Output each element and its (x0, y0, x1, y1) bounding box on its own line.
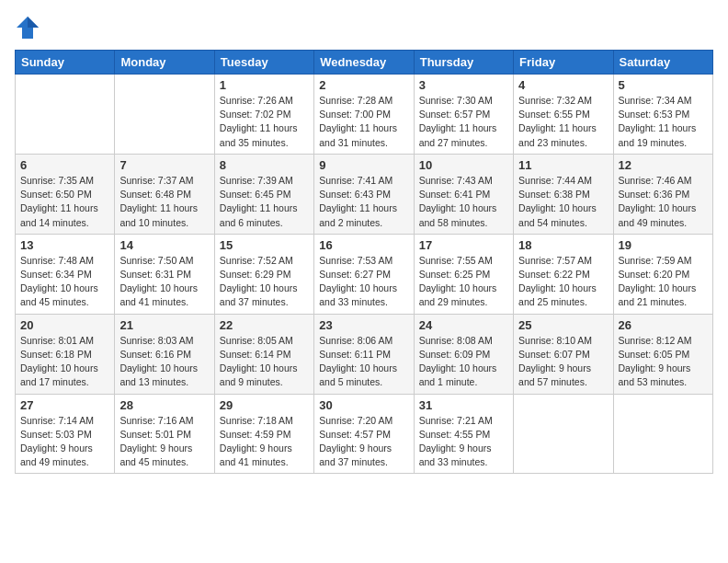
day-info: Sunrise: 7:37 AM Sunset: 6:48 PM Dayligh… (119, 174, 209, 230)
day-of-week-header: Wednesday (314, 51, 414, 75)
calendar-day-cell: 24Sunrise: 8:08 AM Sunset: 6:09 PM Dayli… (414, 314, 513, 394)
calendar-day-cell (514, 394, 613, 474)
day-number: 30 (319, 398, 408, 412)
calendar-day-cell: 12Sunrise: 7:46 AM Sunset: 6:36 PM Dayli… (613, 154, 712, 234)
day-info: Sunrise: 7:26 AM Sunset: 7:02 PM Dayligh… (220, 94, 309, 150)
calendar-day-cell: 13Sunrise: 7:48 AM Sunset: 6:34 PM Dayli… (16, 234, 115, 314)
day-info: Sunrise: 7:43 AM Sunset: 6:41 PM Dayligh… (419, 174, 508, 230)
calendar-day-cell: 27Sunrise: 7:14 AM Sunset: 5:03 PM Dayli… (16, 394, 115, 474)
calendar-week-row: 27Sunrise: 7:14 AM Sunset: 5:03 PM Dayli… (16, 394, 713, 474)
day-info: Sunrise: 7:59 AM Sunset: 6:20 PM Dayligh… (619, 254, 708, 310)
calendar-day-cell: 20Sunrise: 8:01 AM Sunset: 6:18 PM Dayli… (16, 314, 115, 394)
calendar-table: SundayMondayTuesdayWednesdayThursdayFrid… (15, 50, 713, 474)
day-number: 3 (419, 78, 508, 92)
calendar-day-cell: 30Sunrise: 7:20 AM Sunset: 4:57 PM Dayli… (314, 394, 414, 474)
calendar-day-cell: 21Sunrise: 8:03 AM Sunset: 6:16 PM Dayli… (115, 314, 214, 394)
calendar-day-cell: 7Sunrise: 7:37 AM Sunset: 6:48 PM Daylig… (115, 154, 214, 234)
calendar-day-cell: 17Sunrise: 7:55 AM Sunset: 6:25 PM Dayli… (414, 234, 513, 314)
day-info: Sunrise: 7:50 AM Sunset: 6:31 PM Dayligh… (119, 254, 209, 310)
day-number: 24 (419, 318, 508, 332)
calendar-day-cell: 19Sunrise: 7:59 AM Sunset: 6:20 PM Dayli… (613, 234, 712, 314)
day-info: Sunrise: 7:52 AM Sunset: 6:29 PM Dayligh… (220, 254, 309, 310)
day-info: Sunrise: 8:03 AM Sunset: 6:16 PM Dayligh… (119, 334, 209, 390)
day-info: Sunrise: 8:05 AM Sunset: 6:14 PM Dayligh… (220, 334, 309, 390)
day-of-week-header: Monday (115, 51, 214, 75)
day-info: Sunrise: 7:20 AM Sunset: 4:57 PM Dayligh… (319, 414, 408, 470)
day-number: 2 (319, 78, 408, 92)
calendar-day-cell: 18Sunrise: 7:57 AM Sunset: 6:22 PM Dayli… (514, 234, 613, 314)
day-info: Sunrise: 7:35 AM Sunset: 6:50 PM Dayligh… (20, 174, 109, 230)
day-of-week-header: Sunday (16, 51, 115, 75)
calendar-day-cell: 3Sunrise: 7:30 AM Sunset: 6:57 PM Daylig… (414, 75, 513, 155)
day-number: 16 (319, 238, 408, 252)
day-info: Sunrise: 7:32 AM Sunset: 6:55 PM Dayligh… (518, 94, 608, 150)
day-info: Sunrise: 7:48 AM Sunset: 6:34 PM Dayligh… (20, 254, 109, 310)
day-number: 8 (220, 158, 309, 172)
day-number: 13 (20, 238, 109, 252)
calendar-day-cell: 23Sunrise: 8:06 AM Sunset: 6:11 PM Dayli… (314, 314, 414, 394)
day-number: 19 (619, 238, 708, 252)
day-number: 22 (220, 318, 309, 332)
day-info: Sunrise: 7:18 AM Sunset: 4:59 PM Dayligh… (220, 414, 309, 470)
day-info: Sunrise: 8:12 AM Sunset: 6:05 PM Dayligh… (619, 334, 708, 390)
calendar-week-row: 20Sunrise: 8:01 AM Sunset: 6:18 PM Dayli… (16, 314, 713, 394)
day-number: 9 (319, 158, 408, 172)
calendar-day-cell: 10Sunrise: 7:43 AM Sunset: 6:41 PM Dayli… (414, 154, 513, 234)
day-number: 27 (20, 398, 109, 412)
day-info: Sunrise: 7:44 AM Sunset: 6:38 PM Dayligh… (518, 174, 608, 230)
svg-marker-1 (28, 17, 39, 28)
day-number: 11 (518, 158, 608, 172)
calendar-day-cell: 4Sunrise: 7:32 AM Sunset: 6:55 PM Daylig… (514, 75, 613, 155)
calendar-day-cell: 22Sunrise: 8:05 AM Sunset: 6:14 PM Dayli… (214, 314, 313, 394)
day-number: 23 (319, 318, 408, 332)
day-info: Sunrise: 8:08 AM Sunset: 6:09 PM Dayligh… (419, 334, 508, 390)
calendar-day-cell: 8Sunrise: 7:39 AM Sunset: 6:45 PM Daylig… (214, 154, 313, 234)
day-info: Sunrise: 7:34 AM Sunset: 6:53 PM Dayligh… (619, 94, 708, 150)
calendar-day-cell: 29Sunrise: 7:18 AM Sunset: 4:59 PM Dayli… (214, 394, 313, 474)
calendar-day-cell: 5Sunrise: 7:34 AM Sunset: 6:53 PM Daylig… (613, 75, 712, 155)
day-number: 5 (619, 78, 708, 92)
calendar-day-cell: 9Sunrise: 7:41 AM Sunset: 6:43 PM Daylig… (314, 154, 414, 234)
calendar-day-cell (115, 75, 214, 155)
day-info: Sunrise: 8:01 AM Sunset: 6:18 PM Dayligh… (20, 334, 109, 390)
day-number: 29 (220, 398, 309, 412)
day-number: 4 (518, 78, 608, 92)
calendar-day-cell: 15Sunrise: 7:52 AM Sunset: 6:29 PM Dayli… (214, 234, 313, 314)
calendar-header-row: SundayMondayTuesdayWednesdayThursdayFrid… (16, 51, 713, 75)
day-number: 6 (20, 158, 109, 172)
calendar-day-cell: 11Sunrise: 7:44 AM Sunset: 6:38 PM Dayli… (514, 154, 613, 234)
day-number: 14 (119, 238, 209, 252)
day-number: 18 (518, 238, 608, 252)
calendar-day-cell (613, 394, 712, 474)
day-number: 17 (419, 238, 508, 252)
calendar-day-cell: 28Sunrise: 7:16 AM Sunset: 5:01 PM Dayli… (115, 394, 214, 474)
day-info: Sunrise: 7:16 AM Sunset: 5:01 PM Dayligh… (119, 414, 209, 470)
day-info: Sunrise: 7:53 AM Sunset: 6:27 PM Dayligh… (319, 254, 408, 310)
day-of-week-header: Friday (514, 51, 613, 75)
day-number: 10 (419, 158, 508, 172)
logo-icon (15, 15, 40, 40)
day-number: 1 (220, 78, 309, 92)
calendar-day-cell: 31Sunrise: 7:21 AM Sunset: 4:55 PM Dayli… (414, 394, 513, 474)
day-info: Sunrise: 7:57 AM Sunset: 6:22 PM Dayligh… (518, 254, 608, 310)
day-number: 26 (619, 318, 708, 332)
day-info: Sunrise: 7:30 AM Sunset: 6:57 PM Dayligh… (419, 94, 508, 150)
calendar-day-cell: 6Sunrise: 7:35 AM Sunset: 6:50 PM Daylig… (16, 154, 115, 234)
calendar-day-cell: 14Sunrise: 7:50 AM Sunset: 6:31 PM Dayli… (115, 234, 214, 314)
day-info: Sunrise: 7:41 AM Sunset: 6:43 PM Dayligh… (319, 174, 408, 230)
calendar-day-cell: 26Sunrise: 8:12 AM Sunset: 6:05 PM Dayli… (613, 314, 712, 394)
day-number: 7 (119, 158, 209, 172)
day-info: Sunrise: 7:55 AM Sunset: 6:25 PM Dayligh… (419, 254, 508, 310)
day-info: Sunrise: 7:21 AM Sunset: 4:55 PM Dayligh… (419, 414, 508, 470)
calendar-week-row: 1Sunrise: 7:26 AM Sunset: 7:02 PM Daylig… (16, 75, 713, 155)
calendar-day-cell: 2Sunrise: 7:28 AM Sunset: 7:00 PM Daylig… (314, 75, 414, 155)
calendar-week-row: 13Sunrise: 7:48 AM Sunset: 6:34 PM Dayli… (16, 234, 713, 314)
calendar-day-cell: 25Sunrise: 8:10 AM Sunset: 6:07 PM Dayli… (514, 314, 613, 394)
calendar-day-cell (16, 75, 115, 155)
day-info: Sunrise: 7:39 AM Sunset: 6:45 PM Dayligh… (220, 174, 309, 230)
day-number: 28 (119, 398, 209, 412)
day-number: 12 (619, 158, 708, 172)
calendar-day-cell: 1Sunrise: 7:26 AM Sunset: 7:02 PM Daylig… (214, 75, 313, 155)
day-number: 20 (20, 318, 109, 332)
logo (15, 15, 44, 40)
